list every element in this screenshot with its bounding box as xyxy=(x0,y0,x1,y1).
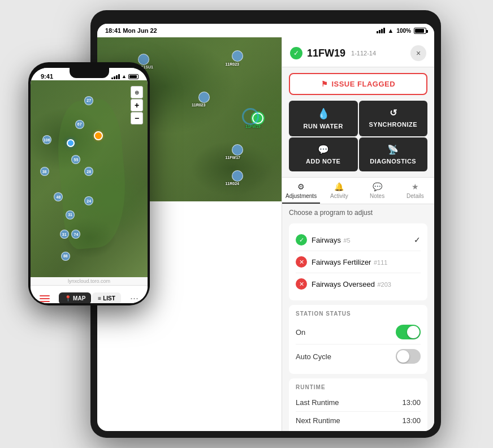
choose-program-label: Choose a program to adjust xyxy=(282,204,434,219)
phone-node-27[interactable]: 27 xyxy=(84,96,93,105)
scene: 18:41 Mon Jun 22 ▲ 100% xyxy=(0,0,493,448)
note-icon: 💬 xyxy=(318,144,330,155)
fairways-name: Fairways #5 xyxy=(312,235,351,245)
phone-nav-group: 📍 MAP ≡ LIST xyxy=(59,292,121,303)
station-on-toggle[interactable] xyxy=(396,325,421,339)
issue-flagged-label: ISSUE FLAGGED xyxy=(331,80,395,88)
detail-panel: ✓ 11FW19 1-112-14 × ⚑ ISSUE FLAGGED 💧 RU… xyxy=(282,37,434,431)
details-tab-icon: ★ xyxy=(412,182,419,191)
station-on-row: On xyxy=(296,320,421,344)
map-label-11fw17: 11FW17 xyxy=(225,156,240,160)
tab-notes[interactable]: 💬 Notes xyxy=(358,178,396,204)
fairways-status-icon: ✓ xyxy=(296,234,307,245)
phone-time: 9:41 xyxy=(41,73,53,80)
add-note-label: ADD NOTE xyxy=(306,158,340,165)
map-pin-icon: 📍 xyxy=(64,295,71,301)
phone-map-button[interactable]: 📍 MAP xyxy=(59,292,91,303)
programs-section: ✓ Fairways #5 ✓ ✕ Fairways Fertilizer #1… xyxy=(289,223,427,300)
map-node-11ro23-2[interactable] xyxy=(198,92,210,103)
runtime-section: RUNTIME Last Runtime 13:00 Next Runtime … xyxy=(289,378,427,431)
phone-list-button[interactable]: ≡ LIST xyxy=(92,292,121,303)
wifi-icon: ▲ xyxy=(388,27,394,34)
next-runtime-row: Next Runtime 13:00 xyxy=(296,412,421,429)
details-tab-label: Details xyxy=(406,193,424,199)
notes-tab-label: Notes xyxy=(370,193,384,199)
tablet-status-bar: 18:41 Mon Jun 22 ▲ 100% xyxy=(97,24,434,37)
program-fairways-fertilizer[interactable]: ✕ Fairways Fertilizer #111 xyxy=(296,251,421,273)
phone-bottom-bar: 📍 MAP ≡ LIST ··· xyxy=(31,285,148,303)
add-note-button[interactable]: 💬 ADD NOTE xyxy=(289,137,358,171)
auto-cycle-toggle[interactable] xyxy=(396,349,421,364)
phone-node-31[interactable]: 31 xyxy=(66,210,75,219)
phone: 9:41 ▲ xyxy=(28,62,150,305)
phone-wifi-icon: ▲ xyxy=(122,74,127,79)
adjustments-tab-label: Adjustments xyxy=(286,193,317,199)
run-water-button[interactable]: 💧 RUN WATER xyxy=(289,101,358,136)
overseed-status-icon: ✕ xyxy=(296,278,307,290)
overseed-name: Fairways Overseed #203 xyxy=(312,279,391,289)
phone-node-38[interactable]: 38 xyxy=(40,167,49,176)
last-runtime-label: Last Runtime xyxy=(296,398,339,407)
auto-cycle-row: Auto Cycle xyxy=(296,344,421,368)
zoom-out[interactable]: − xyxy=(131,112,143,124)
map-label-11ro23-1: 11R023 xyxy=(225,62,239,66)
list-button-label: LIST xyxy=(103,295,115,301)
tablet-status-icons: ▲ 100% xyxy=(377,27,426,34)
station-status-section: STATION STATUS On Auto Cycle xyxy=(289,305,427,374)
phone-screen: 9:41 ▲ xyxy=(31,68,148,303)
zoom-controls: ⊕ + − xyxy=(131,86,143,124)
close-button[interactable]: × xyxy=(410,45,426,61)
diagnostics-button[interactable]: 📡 DIAGNOSTICS xyxy=(359,137,428,171)
auto-cycle-label: Auto Cycle xyxy=(296,352,331,361)
phone-map-inner: 27 67 55 106 38 48 31 28 24 74 88 31 xyxy=(31,80,148,277)
activity-tab-label: Activity xyxy=(330,193,348,199)
phone-notch xyxy=(70,68,109,78)
panel-title-row: ✓ 11FW19 1-112-14 xyxy=(290,47,376,59)
phone-battery-icon xyxy=(128,74,139,79)
phone-node-106[interactable]: 106 xyxy=(42,135,51,144)
station-on-label: On xyxy=(296,328,305,337)
phone-map[interactable]: 27 67 55 106 38 48 31 28 24 74 88 31 xyxy=(31,80,148,277)
phone-menu-button[interactable] xyxy=(40,295,50,302)
tab-activity[interactable]: 🔔 Activity xyxy=(320,178,358,204)
status-check-icon: ✓ xyxy=(290,47,302,59)
adjustments-tab-icon: ⚙ xyxy=(297,182,305,191)
map-label-11ro24-2: 11R024 xyxy=(225,182,239,186)
next-runtime-value: 13:00 xyxy=(402,416,421,425)
map-node-11fw17[interactable] xyxy=(232,144,243,156)
phone-node-88[interactable]: 88 xyxy=(61,252,70,261)
phone-node-67[interactable]: 67 xyxy=(75,120,84,129)
tab-bar: ⚙ Adjustments 🔔 Activity 💬 Notes ★ Detai… xyxy=(282,177,434,204)
action-grid: 💧 RUN WATER ↺ SYNCHRONIZE 💬 ADD NOTE 📡 D… xyxy=(289,101,427,171)
panel-title: 11FW19 xyxy=(307,48,345,59)
zoom-in[interactable]: + xyxy=(131,99,143,111)
map-label-11fw19: 11FW19 xyxy=(245,124,260,128)
program-fairways-overseed[interactable]: ✕ Fairways Overseed #203 xyxy=(296,273,421,295)
map-selection-indicator xyxy=(242,108,259,125)
list-icon: ≡ xyxy=(98,295,101,301)
run-water-label: RUN WATER xyxy=(304,123,343,130)
phone-signal-icon xyxy=(111,74,120,79)
diagnostics-label: DIAGNOSTICS xyxy=(370,158,416,165)
synchronize-button[interactable]: ↺ SYNCHRONIZE xyxy=(359,101,428,136)
runtime-section-label: RUNTIME xyxy=(296,384,421,390)
panel-header: ✓ 11FW19 1-112-14 × xyxy=(282,37,434,67)
phone-more-button[interactable]: ··· xyxy=(130,292,139,303)
station-status-label: STATION STATUS xyxy=(296,311,421,317)
program-fairways[interactable]: ✓ Fairways #5 ✓ xyxy=(296,229,421,251)
fertilizer-status-icon: ✕ xyxy=(296,256,307,268)
tab-adjustments[interactable]: ⚙ Adjustments xyxy=(282,178,320,204)
next-runtime-label: Next Runtime xyxy=(296,416,340,425)
activity-tab-icon: 🔔 xyxy=(334,182,344,191)
last-runtime-row: Last Runtime 13:00 xyxy=(296,394,421,412)
phone-url-bar: lynxcloud.toro.com xyxy=(31,277,148,285)
map-node-11su1-1[interactable] xyxy=(138,54,149,65)
zoom-compass[interactable]: ⊕ xyxy=(131,86,143,98)
synchronize-label: SYNCHRONIZE xyxy=(369,121,417,128)
sync-icon: ↺ xyxy=(390,107,397,118)
tab-details[interactable]: ★ Details xyxy=(396,178,434,204)
tablet-time: 18:41 Mon Jun 22 xyxy=(105,27,157,34)
fertilizer-name: Fairways Fertilizer #111 xyxy=(312,257,387,267)
battery-label: 100% xyxy=(396,28,411,34)
issue-flagged-button[interactable]: ⚑ ISSUE FLAGGED xyxy=(289,73,427,95)
